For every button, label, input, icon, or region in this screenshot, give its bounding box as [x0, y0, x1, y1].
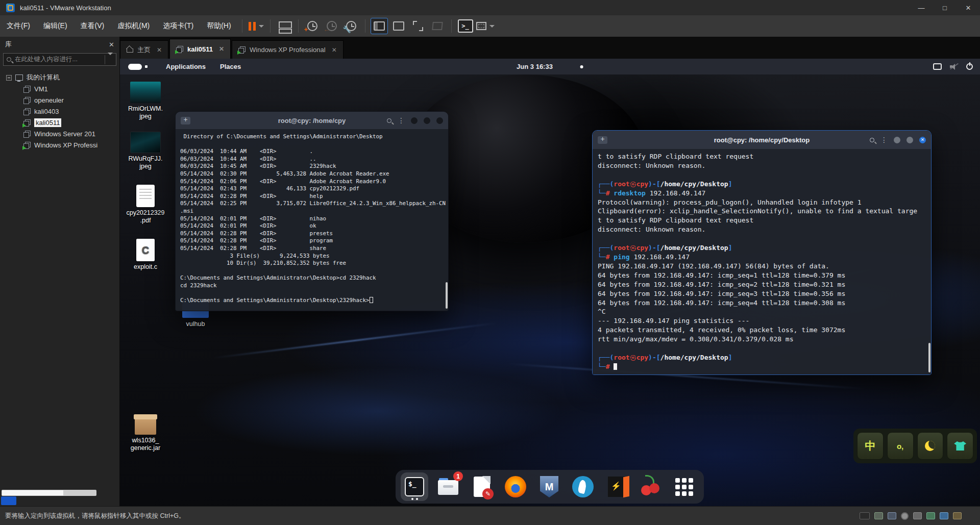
dock-terminal[interactable]: $_: [401, 472, 428, 501]
new-tab-icon[interactable]: [598, 136, 607, 144]
close-icon[interactable]: ✕: [109, 41, 114, 48]
terminal-titlebar[interactable]: root@cpy: /home/cpy ⋮: [176, 112, 448, 129]
tree-node-openeuler[interactable]: openeuler: [0, 94, 119, 106]
ime-night-mode-button[interactable]: [917, 432, 944, 460]
fullscreen-button[interactable]: [409, 18, 427, 34]
search-icon[interactable]: [387, 118, 391, 123]
desktop-icon-rwurqfjj-jpeg[interactable]: RWuRqFJJ. jpeg: [122, 132, 169, 170]
tab-home[interactable]: 主页 ✕: [120, 40, 168, 59]
desktop-icon-cpy-pdf[interactable]: cpy20212329 .pdf: [122, 185, 169, 224]
terminal-output[interactable]: t to satisfy RDP clipboard text requestd…: [593, 149, 931, 375]
menu-tabs[interactable]: 选项卡(T): [156, 15, 200, 37]
vm-icon: [176, 46, 183, 53]
harddisk2-icon[interactable]: [888, 512, 896, 519]
tree-node-kali0511[interactable]: kali0511: [0, 117, 119, 128]
dock-file-manager[interactable]: 1: [434, 472, 462, 501]
close-button[interactable]: ✕: [957, 0, 980, 15]
scrollbar[interactable]: [446, 282, 448, 309]
cdrom-icon[interactable]: [901, 512, 909, 520]
manage-snapshots-button[interactable]: 🔧: [342, 18, 360, 34]
menu-view[interactable]: 查看(V): [74, 15, 111, 37]
dock-text-editor[interactable]: ✎: [468, 472, 496, 501]
suspend-vm-button[interactable]: [248, 18, 265, 34]
clock-menu[interactable]: Jun 3 16:33: [517, 59, 583, 74]
sidebar-horizontal-scrollbar[interactable]: [2, 490, 96, 496]
terminal-window-desktop[interactable]: root@cpy: /home/cpy/Desktop ⋮ ✕ t to sat…: [592, 130, 932, 375]
places-menu[interactable]: Places: [213, 59, 248, 74]
search-icon[interactable]: [870, 138, 874, 142]
tab-windows-xp[interactable]: Windows XP Professional ✕: [232, 40, 344, 59]
dock-metasploit[interactable]: M: [535, 472, 563, 501]
revert-snapshot-button[interactable]: ←: [323, 18, 340, 34]
menu-help[interactable]: 帮助(H): [200, 15, 237, 37]
fit-guest-button[interactable]: [476, 18, 495, 34]
ime-chinese-mode-button[interactable]: 中: [857, 432, 884, 460]
new-tab-icon[interactable]: [181, 117, 190, 124]
menu-kebab-icon[interactable]: ⋮: [880, 136, 888, 144]
tree-node-my-computer[interactable]: 我的计算机: [0, 72, 119, 83]
desktop-icon-exploit-c[interactable]: exploit.c: [122, 239, 169, 271]
maximize-button[interactable]: [906, 137, 913, 143]
dock-app-grid[interactable]: [670, 472, 698, 501]
menu-kebab-icon[interactable]: ⋮: [398, 116, 405, 124]
vmware-menubar: 文件(F) 编辑(E) 查看(V) 虚拟机(M) 选项卡(T) 帮助(H) + …: [0, 15, 980, 37]
send-ctrl-alt-del-button[interactable]: [276, 18, 293, 34]
keyboard-icon[interactable]: [860, 512, 870, 519]
vm-icon: [23, 86, 31, 92]
maximize-button[interactable]: [424, 117, 430, 124]
dock-firefox[interactable]: [502, 472, 529, 501]
applications-menu[interactable]: Applications: [159, 59, 213, 74]
vm-display[interactable]: Applications Places Jun 3 16:33 RmiOrLWM…: [120, 59, 980, 506]
close-icon[interactable]: ✕: [157, 46, 162, 54]
take-snapshot-button[interactable]: +: [304, 18, 321, 34]
dock-cherrytree[interactable]: [636, 472, 664, 501]
show-library-button[interactable]: [371, 18, 388, 34]
floppy-icon[interactable]: [913, 512, 922, 519]
ime-fullwidth-button[interactable]: o,: [887, 432, 914, 460]
play-icon: [237, 51, 241, 55]
collapse-icon[interactable]: [6, 75, 12, 81]
close-icon[interactable]: ✕: [219, 45, 224, 53]
library-search-input[interactable]: 在此处键入内容进行...: [3, 53, 116, 66]
desktop-icon-wls-jar[interactable]: wls1036_ generic.jar: [122, 414, 169, 452]
minimize-button[interactable]: —: [910, 0, 933, 15]
harddisk-icon[interactable]: [874, 512, 883, 519]
power-icon[interactable]: [966, 63, 973, 70]
library-panel-icon: [374, 21, 385, 31]
desktop-icon-rmiorlwm-jpeg[interactable]: RmiOrLWM. jpeg: [122, 82, 169, 120]
scrollbar[interactable]: [928, 343, 930, 372]
terminal-window-home[interactable]: root@cpy: /home/cpy ⋮ Directory of C:\Do…: [175, 111, 449, 311]
menu-edit[interactable]: 编辑(E): [37, 15, 74, 37]
tree-node-windows-xp[interactable]: Windows XP Professi: [0, 139, 119, 151]
tab-kali0511[interactable]: kali0511 ✕: [169, 39, 231, 59]
terminal-output[interactable]: Directory of C:\Documents and Settings\A…: [176, 129, 448, 311]
tree-node-kali0403[interactable]: kali0403: [0, 106, 119, 117]
dock-wireshark[interactable]: [569, 472, 597, 501]
menu-file[interactable]: 文件(F): [0, 15, 37, 37]
terminal-titlebar[interactable]: root@cpy: /home/cpy/Desktop ⋮ ✕: [593, 131, 931, 149]
minimize-button[interactable]: [894, 137, 900, 143]
dock-burpsuite[interactable]: [603, 472, 630, 501]
usb-icon[interactable]: [926, 512, 935, 519]
kali-desktop[interactable]: RmiOrLWM. jpeg RWuRqFJJ. jpeg cpy2021232…: [120, 74, 980, 506]
tree-node-vm1[interactable]: VM1: [0, 83, 119, 94]
vm-tabstrip: 主页 ✕ kali0511 ✕ Windows XP Professional …: [120, 37, 980, 59]
show-console-view-button[interactable]: [390, 18, 407, 34]
close-button[interactable]: [436, 117, 443, 124]
open-terminal-button[interactable]: >_: [457, 18, 474, 34]
close-button[interactable]: ✕: [919, 137, 926, 143]
ime-skin-button[interactable]: [947, 432, 973, 460]
unity-mode-button[interactable]: [429, 18, 446, 34]
menu-vm[interactable]: 虚拟机(M): [111, 15, 156, 37]
minimize-button[interactable]: [411, 117, 418, 124]
ime-indicator-chip[interactable]: [1, 496, 16, 505]
sound-icon[interactable]: [953, 512, 962, 519]
display-icon[interactable]: [933, 63, 942, 70]
chevron-down-icon: [489, 25, 495, 28]
close-icon[interactable]: ✕: [332, 46, 337, 54]
system-tray[interactable]: [933, 59, 973, 74]
network-icon[interactable]: [940, 512, 948, 519]
audio-muted-icon[interactable]: [950, 63, 958, 70]
maximize-button[interactable]: □: [933, 0, 957, 15]
tree-node-windows-server[interactable]: Windows Server 201: [0, 128, 119, 139]
